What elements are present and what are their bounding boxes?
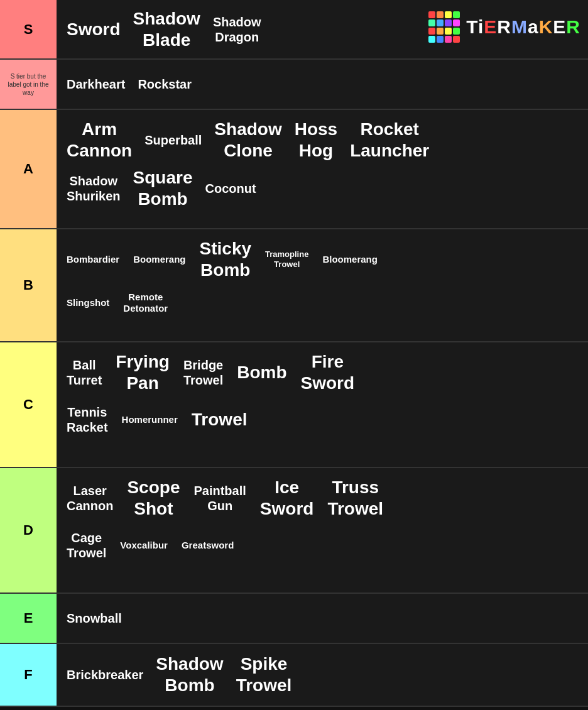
item-fire-sword: Fire Sword bbox=[296, 349, 360, 396]
item-cage-trowel: Cage Trowel bbox=[62, 528, 111, 563]
tier-label-a: A bbox=[0, 110, 57, 228]
item-voxcalibur: Voxcalibur bbox=[115, 537, 173, 554]
item-square-bomb: Square Bomb bbox=[128, 165, 198, 212]
tier-label-b: B bbox=[0, 229, 57, 341]
item-tramopline-trowel: Tramopline Trowel bbox=[260, 247, 313, 271]
tier-row-b: B Bombardier Boomerang Sticky Bomb Tramo… bbox=[0, 229, 588, 342]
tier-content-a: Arm Cannon Superball Shadow Clone Hoss H… bbox=[57, 110, 588, 228]
item-shadow-dragon: Shadow Dragon bbox=[208, 12, 266, 47]
tier-row-c: C Ball Turret Frying Pan Bridge Trowel B… bbox=[0, 342, 588, 468]
item-bombardier: Bombardier bbox=[62, 251, 124, 268]
item-sticky-bomb: Sticky Bomb bbox=[195, 236, 257, 283]
item-trowel: Trowel bbox=[187, 407, 253, 433]
tier-row-f: F Brickbreaker Shadow Bomb Spike Trowel bbox=[0, 644, 588, 707]
item-hoss-hog: Hoss Hog bbox=[290, 116, 342, 163]
item-tennis-racket: Tennis Racket bbox=[62, 402, 113, 437]
item-scope-shot: Scope Shot bbox=[122, 474, 185, 522]
tier-content-b: Bombardier Boomerang Sticky Bomb Tramopl… bbox=[57, 229, 588, 341]
tier-content-c: Ball Turret Frying Pan Bridge Trowel Bom… bbox=[57, 342, 588, 467]
tier-label-d: D bbox=[0, 468, 57, 593]
item-brickbreaker: Brickbreaker bbox=[62, 665, 148, 685]
item-ball-turret: Ball Turret bbox=[62, 355, 107, 390]
item-shadow-bomb: Shadow Bomb bbox=[151, 651, 228, 698]
item-sword: Sword bbox=[62, 16, 126, 43]
tier-content-s2: Darkheart Rockstar bbox=[57, 60, 588, 109]
logo-grid bbox=[428, 11, 460, 43]
item-shadow-clone: Shadow Clone bbox=[209, 116, 286, 163]
item-bridge-trowel: Bridge Trowel bbox=[178, 355, 228, 390]
item-bloomerang: Bloomerang bbox=[317, 251, 383, 268]
item-ice-sword: Ice Sword bbox=[255, 474, 319, 522]
item-rocket-launcher: Rocket Launcher bbox=[345, 116, 434, 163]
item-bomb: Bomb bbox=[232, 359, 291, 386]
item-snowball: Snowball bbox=[62, 608, 127, 628]
tier-label-f: F bbox=[0, 644, 57, 706]
item-rockstar: Rockstar bbox=[133, 74, 197, 94]
item-coconut: Coconut bbox=[200, 178, 261, 199]
tier-content-e: Snowball bbox=[57, 594, 588, 643]
tier-content-f: Brickbreaker Shadow Bomb Spike Trowel bbox=[57, 644, 588, 706]
item-paintball-gun: Paintball Gun bbox=[188, 481, 251, 516]
item-greatsword: Greatsword bbox=[177, 537, 239, 554]
item-shadow-blade: Shadow Blade bbox=[128, 6, 205, 53]
tier-row-s2: S tier but the label got in the way Dark… bbox=[0, 60, 588, 110]
tiermaker-logo-text: TiERMaKER bbox=[466, 16, 580, 38]
item-frying-pan: Frying Pan bbox=[111, 349, 175, 396]
item-arm-cannon: Arm Cannon bbox=[62, 116, 137, 163]
item-remote-detonator: Remote Detonator bbox=[118, 289, 173, 317]
tier-label-s2: S tier but the label got in the way bbox=[0, 60, 57, 109]
tier-label-e: E bbox=[0, 594, 57, 643]
item-boomerang-b1: Boomerang bbox=[128, 251, 190, 268]
tier-row-d: D Laser Cannon Scope Shot Paintball Gun … bbox=[0, 468, 588, 594]
tier-label-c: C bbox=[0, 342, 57, 467]
tier-row-a: A Arm Cannon Superball Shadow Clone Hoss… bbox=[0, 110, 588, 229]
item-spike-trowel: Spike Trowel bbox=[231, 651, 297, 698]
tier-row-e: E Snowball bbox=[0, 594, 588, 644]
item-laser-cannon: Laser Cannon bbox=[62, 481, 118, 516]
tier-label-s: S bbox=[0, 0, 57, 58]
item-shadow-shuriken: Shadow Shuriken bbox=[62, 171, 126, 206]
item-slingshot: Slingshot bbox=[62, 295, 114, 311]
item-homerunner: Homerunner bbox=[117, 412, 183, 428]
item-superball: Superball bbox=[139, 130, 207, 150]
tier-content-d: Laser Cannon Scope Shot Paintball Gun Ic… bbox=[57, 468, 588, 593]
item-truss-trowel: Truss Trowel bbox=[322, 474, 388, 522]
item-darkheart: Darkheart bbox=[62, 74, 130, 94]
